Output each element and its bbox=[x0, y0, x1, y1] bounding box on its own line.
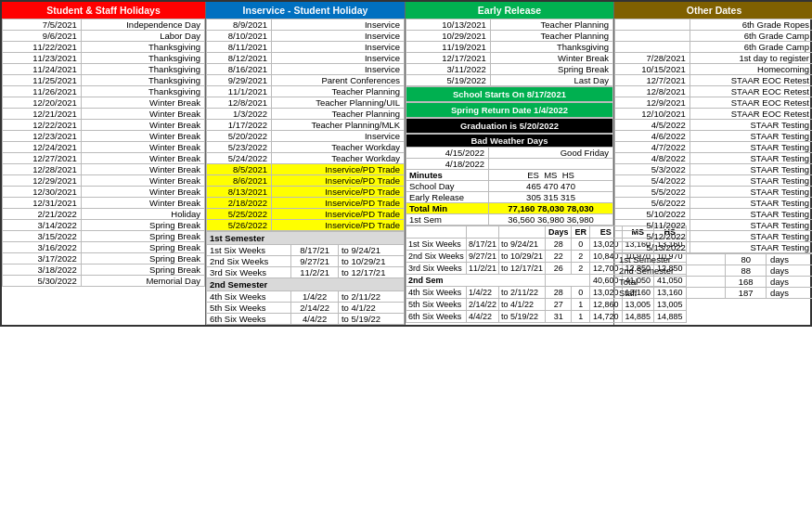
label-cell: Spring Break bbox=[81, 264, 204, 276]
first-sem-row: 1st Sem 36,560 36,980 36,980 bbox=[406, 214, 613, 226]
date-cell: 12/27/2021 bbox=[3, 153, 82, 164]
label-cell: Thanksgiving bbox=[81, 75, 204, 86]
date-cell: 4/7/2022 bbox=[615, 142, 690, 153]
summary-header-row: Minutes ES MS HS bbox=[406, 170, 613, 181]
label-cell: Teacher Planning bbox=[490, 19, 612, 31]
label-cell: STAAR Testing bbox=[690, 175, 812, 187]
table-row: 6th Grade Camp bbox=[615, 31, 813, 42]
label-cell: STAAR Testing bbox=[690, 164, 812, 175]
label-cell: Parent Conferences bbox=[272, 75, 405, 86]
date-cell: 10/15/2021 bbox=[615, 64, 690, 75]
label-cell: 6th Grade Ropes bbox=[690, 19, 812, 31]
table-row: 9/29/2021Parent Conferences bbox=[207, 75, 405, 86]
col4-header: Other Dates bbox=[614, 2, 812, 19]
label-cell: Inservice/PD Trade bbox=[272, 198, 405, 209]
table-row: 8/11/2021Inservice bbox=[207, 42, 405, 53]
date-cell: 11/26/2021 bbox=[3, 86, 82, 97]
label-cell: Winter Break bbox=[81, 97, 204, 109]
table-row: 4/8/2022STAAR Testing bbox=[615, 153, 813, 164]
table-row: 11/22/2021Thanksgiving bbox=[3, 42, 205, 53]
table-row: 12/30/2021Winter Break bbox=[3, 187, 205, 198]
label-cell: Thanksgiving bbox=[81, 86, 204, 97]
semester-summary-row: Staff 187 days bbox=[615, 288, 813, 299]
label-cell: Last Day bbox=[490, 75, 612, 86]
date-cell: 1/17/2022 bbox=[207, 120, 272, 131]
table-row: 5/26/2022Inservice/PD Trade bbox=[207, 220, 405, 231]
date-cell: 12/23/2021 bbox=[3, 131, 82, 142]
date-cell: 3/15/2022 bbox=[3, 231, 82, 242]
table-row: 8/6/2021Inservice/PD Trade bbox=[207, 175, 405, 187]
table-row: 5/24/2022Teacher Workday bbox=[207, 153, 405, 164]
label-cell: STAAR Testing bbox=[690, 142, 812, 153]
six-week-row: 5th Six Weeks 2/14/22 to 4/1/22 bbox=[207, 303, 405, 314]
six-week-row: 1st Six Weeks 8/17/21 to 9/24/21 bbox=[207, 245, 405, 256]
col2-header: Inservice - Student Holiday bbox=[206, 2, 405, 19]
table-row: 12/10/2021STAAR EOC Retest bbox=[615, 109, 813, 120]
table-row: 7/5/2021Independence Day bbox=[3, 19, 205, 31]
table-row: 8/10/2021Inservice bbox=[207, 31, 405, 42]
date-cell bbox=[615, 31, 690, 42]
label-cell: Teacher Planning bbox=[490, 31, 612, 42]
date-cell: 8/12/2021 bbox=[207, 53, 272, 64]
table-row: 8/12/2021Inservice bbox=[207, 53, 405, 64]
label-cell: Winter Break bbox=[81, 109, 204, 120]
table-row: 12/27/2021Winter Break bbox=[3, 153, 205, 164]
semester-summary-row: 2nd Semester 88 days bbox=[615, 265, 813, 277]
label-cell: Teacher Planning bbox=[272, 109, 405, 120]
label-cell: Winter Break bbox=[81, 131, 204, 142]
label-cell: Thanksgiving bbox=[81, 64, 204, 75]
table-row: 10/13/2021Teacher Planning bbox=[406, 19, 613, 31]
table-row: 2/18/2022Inservice/PD Trade bbox=[207, 198, 405, 209]
date-cell bbox=[615, 42, 690, 53]
label-cell: Inservice/PD Trade bbox=[272, 220, 405, 231]
date-cell: 1/3/2022 bbox=[207, 109, 272, 120]
date-cell: 11/24/2021 bbox=[3, 64, 82, 75]
date-cell: 3/16/2022 bbox=[3, 242, 82, 253]
label-cell: STAAR EOC Retest bbox=[690, 109, 812, 120]
table-row: 10/29/2021Teacher Planning bbox=[406, 31, 613, 42]
label-cell: STAAR Testing bbox=[690, 187, 812, 198]
table-row: 12/8/2021STAAR EOC Retest bbox=[615, 86, 813, 97]
date-cell: 5/10/2022 bbox=[615, 209, 690, 220]
table-row: 1/17/2022Teacher Planning/MLK bbox=[207, 120, 405, 131]
bad-weather-header: Bad Weather Days bbox=[406, 135, 613, 148]
date-cell: 7/5/2021 bbox=[3, 19, 82, 31]
date-cell: 5/13/2022 bbox=[615, 242, 690, 253]
table-row: 3/15/2022Spring Break bbox=[3, 231, 205, 242]
date-cell: 8/16/2021 bbox=[207, 64, 272, 75]
table-row: 11/25/2021Thanksgiving bbox=[3, 75, 205, 86]
label-cell: Inservice bbox=[272, 19, 405, 31]
semester-summary-row: Total 168 days bbox=[615, 277, 813, 288]
label-cell: STAAR Testing bbox=[690, 153, 812, 164]
table-row: 5/11/2022STAAR Testing bbox=[615, 220, 813, 231]
date-cell: 8/10/2021 bbox=[207, 31, 272, 42]
label-cell: STAAR Testing bbox=[690, 242, 812, 253]
label-cell: STAAR Testing bbox=[690, 120, 812, 131]
date-cell bbox=[615, 19, 690, 31]
school-starts-box: School Starts On 8/17/2021 bbox=[406, 86, 613, 102]
date-cell: 5/19/2022 bbox=[406, 75, 491, 86]
table-row: 12/31/2021Winter Break bbox=[3, 198, 205, 209]
table-row: 5/23/2022Teacher Workday bbox=[207, 142, 405, 153]
table-row: 5/30/2022Memorial Day bbox=[3, 276, 205, 287]
label-cell: Inservice bbox=[272, 64, 405, 75]
table-row: 4/5/2022STAAR Testing bbox=[615, 120, 813, 131]
date-cell: 2/21/2022 bbox=[3, 209, 82, 220]
table-row: 1/3/2022Teacher Planning bbox=[207, 109, 405, 120]
label-cell: Teacher Planning/MLK bbox=[272, 120, 405, 131]
six-week-row: 6th Six Weeks 4/4/22 to 5/19/22 bbox=[207, 314, 405, 325]
date-cell: 12/9/2021 bbox=[615, 97, 690, 109]
label-cell: STAAR Testing bbox=[690, 220, 812, 231]
table-row: 4/6/2022STAAR Testing bbox=[615, 131, 813, 142]
date-cell: 12/7/2021 bbox=[615, 75, 690, 86]
label-cell: Thanksgiving bbox=[490, 42, 612, 53]
date-cell: 11/19/2021 bbox=[406, 42, 491, 53]
date-cell: 12/8/2021 bbox=[615, 86, 690, 97]
col2-panel: Inservice - Student Holiday 8/9/2021Inse… bbox=[206, 2, 406, 325]
date-cell: 12/10/2021 bbox=[615, 109, 690, 120]
col4-panel: Other Dates 6th Grade Ropes6th Grade Cam… bbox=[614, 2, 812, 325]
label-cell: STAAR EOC Retest bbox=[690, 97, 812, 109]
label-cell: Winter Break bbox=[81, 153, 204, 164]
label-cell: Spring Break bbox=[81, 231, 204, 242]
bad-day-row: 4/18/2022 bbox=[406, 159, 613, 170]
